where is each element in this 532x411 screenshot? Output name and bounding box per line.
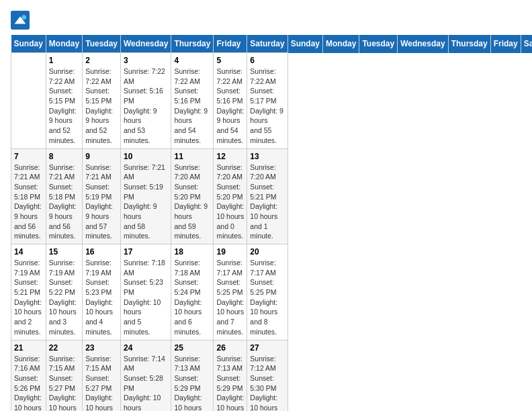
day-info: Sunrise: 7:17 AMSunset: 5:25 PMDaylight:… — [250, 258, 284, 337]
day-info: Sunrise: 7:19 AMSunset: 5:22 PMDaylight:… — [49, 258, 79, 337]
calendar-day-header: Friday — [214, 35, 247, 53]
day-info: Sunrise: 7:17 AMSunset: 5:25 PMDaylight:… — [216, 258, 244, 337]
day-number: 9 — [85, 152, 118, 161]
day-info: Sunrise: 7:13 AMSunset: 5:29 PMDaylight:… — [174, 354, 210, 412]
calendar-cell: 26Sunrise: 7:13 AMSunset: 5:29 PMDayligh… — [214, 340, 247, 411]
day-number: 4 — [174, 56, 210, 65]
day-info: Sunrise: 7:21 AMSunset: 5:19 PMDaylight:… — [124, 163, 168, 242]
logo — [11, 11, 32, 30]
calendar-cell: 5Sunrise: 7:22 AMSunset: 5:16 PMDaylight… — [214, 53, 247, 149]
day-number: 5 — [216, 56, 244, 65]
calendar-cell: 19Sunrise: 7:17 AMSunset: 5:25 PMDayligh… — [214, 244, 247, 340]
day-info: Sunrise: 7:22 AMSunset: 5:17 PMDaylight:… — [250, 66, 284, 146]
day-number: 23 — [85, 343, 118, 353]
day-info: Sunrise: 7:22 AMSunset: 5:16 PMDaylight:… — [216, 66, 244, 146]
day-number: 19 — [216, 247, 244, 257]
calendar-day-header: Monday — [46, 35, 82, 53]
day-number: 27 — [250, 343, 284, 353]
day-number: 10 — [124, 152, 168, 161]
calendar-day-header: Wednesday — [120, 35, 171, 53]
calendar-day-header: Sunday — [287, 35, 322, 53]
day-info: Sunrise: 7:13 AMSunset: 5:29 PMDaylight:… — [216, 354, 244, 412]
day-number: 7 — [14, 152, 43, 161]
calendar-cell: 13Sunrise: 7:20 AMSunset: 5:21 PMDayligh… — [247, 148, 287, 244]
calendar-week-row: 7Sunrise: 7:21 AMSunset: 5:18 PMDaylight… — [11, 148, 533, 244]
day-info: Sunrise: 7:21 AMSunset: 5:19 PMDaylight:… — [85, 163, 118, 242]
calendar-day-header: Friday — [490, 35, 521, 53]
day-info: Sunrise: 7:18 AMSunset: 5:23 PMDaylight:… — [124, 258, 168, 337]
calendar-day-header: Tuesday — [83, 35, 121, 53]
calendar-cell: 11Sunrise: 7:20 AMSunset: 5:20 PMDayligh… — [171, 148, 214, 244]
day-info: Sunrise: 7:21 AMSunset: 5:18 PMDaylight:… — [49, 163, 79, 242]
day-number: 2 — [85, 56, 118, 65]
day-info: Sunrise: 7:12 AMSunset: 5:30 PMDaylight:… — [250, 354, 284, 412]
day-info: Sunrise: 7:20 AMSunset: 5:21 PMDaylight:… — [250, 163, 284, 242]
calendar-cell: 16Sunrise: 7:19 AMSunset: 5:23 PMDayligh… — [83, 244, 121, 340]
calendar-cell: 1Sunrise: 7:22 AMSunset: 5:15 PMDaylight… — [46, 53, 82, 149]
calendar-cell: 17Sunrise: 7:18 AMSunset: 5:23 PMDayligh… — [120, 244, 171, 340]
calendar-table: SundayMondayTuesdayWednesdayThursdayFrid… — [11, 35, 532, 411]
day-info: Sunrise: 7:19 AMSunset: 5:23 PMDaylight:… — [85, 258, 118, 337]
calendar-cell: 20Sunrise: 7:17 AMSunset: 5:25 PMDayligh… — [247, 244, 287, 340]
calendar-cell: 23Sunrise: 7:15 AMSunset: 5:27 PMDayligh… — [83, 340, 121, 411]
calendar-day-header: Thursday — [448, 35, 490, 53]
calendar-cell: 27Sunrise: 7:12 AMSunset: 5:30 PMDayligh… — [247, 340, 287, 411]
calendar-cell: 24Sunrise: 7:14 AMSunset: 5:28 PMDayligh… — [120, 340, 171, 411]
calendar-cell: 2Sunrise: 7:22 AMSunset: 5:15 PMDaylight… — [83, 53, 121, 149]
calendar-cell: 8Sunrise: 7:21 AMSunset: 5:18 PMDaylight… — [46, 148, 82, 244]
calendar-cell: 7Sunrise: 7:21 AMSunset: 5:18 PMDaylight… — [11, 148, 46, 244]
calendar-cell: 14Sunrise: 7:19 AMSunset: 5:21 PMDayligh… — [11, 244, 46, 340]
day-number: 20 — [250, 247, 284, 257]
day-info: Sunrise: 7:15 AMSunset: 5:27 PMDaylight:… — [49, 354, 79, 412]
calendar-cell: 3Sunrise: 7:22 AMSunset: 5:16 PMDaylight… — [120, 53, 171, 149]
day-number: 6 — [250, 56, 284, 65]
day-info: Sunrise: 7:15 AMSunset: 5:27 PMDaylight:… — [85, 354, 118, 412]
calendar-day-header: Monday — [323, 35, 359, 53]
day-number: 18 — [174, 247, 210, 257]
calendar-week-row: 21Sunrise: 7:16 AMSunset: 5:26 PMDayligh… — [11, 340, 533, 411]
day-number: 13 — [250, 152, 284, 161]
svg-point-2 — [21, 15, 26, 19]
calendar-day-header: Sunday — [11, 35, 46, 53]
calendar-day-header: Thursday — [171, 35, 214, 53]
calendar-header-row: SundayMondayTuesdayWednesdayThursdayFrid… — [11, 35, 533, 53]
day-info: Sunrise: 7:21 AMSunset: 5:18 PMDaylight:… — [14, 163, 43, 242]
day-number: 26 — [216, 343, 244, 353]
day-number: 15 — [49, 247, 79, 257]
calendar-cell: 4Sunrise: 7:22 AMSunset: 5:16 PMDaylight… — [171, 53, 214, 149]
day-info: Sunrise: 7:22 AMSunset: 5:15 PMDaylight:… — [85, 66, 118, 146]
logo-icon — [11, 11, 30, 30]
calendar-day-header: Saturday — [247, 35, 287, 53]
day-number: 22 — [49, 343, 79, 353]
calendar-week-row: 1Sunrise: 7:22 AMSunset: 5:15 PMDaylight… — [11, 53, 533, 149]
day-number: 24 — [124, 343, 168, 353]
day-info: Sunrise: 7:20 AMSunset: 5:20 PMDaylight:… — [216, 163, 244, 242]
calendar-day-header: Tuesday — [359, 35, 398, 53]
day-info: Sunrise: 7:22 AMSunset: 5:16 PMDaylight:… — [124, 66, 168, 146]
calendar-day-header: Wednesday — [398, 35, 448, 53]
day-info: Sunrise: 7:19 AMSunset: 5:21 PMDaylight:… — [14, 258, 43, 337]
day-number: 1 — [49, 56, 79, 65]
day-info: Sunrise: 7:22 AMSunset: 5:15 PMDaylight:… — [49, 66, 79, 146]
day-info: Sunrise: 7:14 AMSunset: 5:28 PMDaylight:… — [124, 354, 168, 412]
day-number: 14 — [14, 247, 43, 257]
day-number: 16 — [85, 247, 118, 257]
day-number: 12 — [216, 152, 244, 161]
page-header — [11, 11, 521, 30]
calendar-cell: 6Sunrise: 7:22 AMSunset: 5:17 PMDaylight… — [247, 53, 287, 149]
calendar-cell: 10Sunrise: 7:21 AMSunset: 5:19 PMDayligh… — [120, 148, 171, 244]
day-number: 3 — [124, 56, 168, 65]
calendar-cell: 18Sunrise: 7:18 AMSunset: 5:24 PMDayligh… — [171, 244, 214, 340]
calendar-cell: 9Sunrise: 7:21 AMSunset: 5:19 PMDaylight… — [83, 148, 121, 244]
day-number: 8 — [49, 152, 79, 161]
day-number: 21 — [14, 343, 43, 353]
day-info: Sunrise: 7:18 AMSunset: 5:24 PMDaylight:… — [174, 258, 210, 337]
day-info: Sunrise: 7:22 AMSunset: 5:16 PMDaylight:… — [174, 66, 210, 146]
calendar-day-header: Saturday — [521, 35, 532, 53]
day-number: 25 — [174, 343, 210, 353]
day-info: Sunrise: 7:20 AMSunset: 5:20 PMDaylight:… — [174, 163, 210, 242]
calendar-cell: 25Sunrise: 7:13 AMSunset: 5:29 PMDayligh… — [171, 340, 214, 411]
calendar-week-row: 14Sunrise: 7:19 AMSunset: 5:21 PMDayligh… — [11, 244, 533, 340]
day-number: 11 — [174, 152, 210, 161]
day-info: Sunrise: 7:16 AMSunset: 5:26 PMDaylight:… — [14, 354, 43, 412]
